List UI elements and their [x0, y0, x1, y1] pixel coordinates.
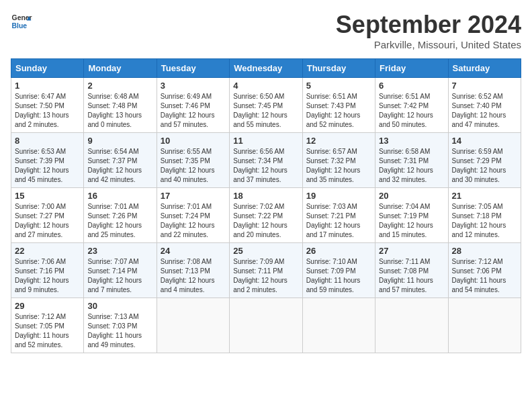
day-info: Sunrise: 6:55 AM Sunset: 7:35 PM Dayligh…	[161, 147, 226, 185]
location-title: Parkville, Missouri, United States	[336, 39, 521, 50]
day-number: 1	[15, 81, 80, 91]
calendar-cell: 17Sunrise: 7:01 AM Sunset: 7:24 PM Dayli…	[157, 188, 229, 243]
day-number: 23	[87, 246, 152, 256]
day-info: Sunrise: 6:52 AM Sunset: 7:40 PM Dayligh…	[452, 92, 517, 130]
day-info: Sunrise: 7:11 AM Sunset: 7:08 PM Dayligh…	[379, 257, 444, 295]
logo-icon: General Blue	[11, 11, 32, 32]
day-info: Sunrise: 6:54 AM Sunset: 7:37 PM Dayligh…	[87, 147, 152, 185]
day-number: 18	[233, 191, 298, 201]
day-number: 30	[87, 301, 152, 311]
calendar-cell: 10Sunrise: 6:55 AM Sunset: 7:35 PM Dayli…	[157, 133, 229, 188]
day-info: Sunrise: 6:53 AM Sunset: 7:39 PM Dayligh…	[15, 147, 80, 185]
day-number: 17	[161, 191, 226, 201]
weekday-header-cell: Friday	[375, 59, 448, 78]
day-number: 24	[161, 246, 226, 256]
calendar-body: 1Sunrise: 6:47 AM Sunset: 7:50 PM Daylig…	[11, 78, 521, 353]
calendar-cell: 16Sunrise: 7:01 AM Sunset: 7:26 PM Dayli…	[84, 188, 157, 243]
calendar-cell: 25Sunrise: 7:09 AM Sunset: 7:11 PM Dayli…	[230, 243, 302, 298]
calendar-cell: 15Sunrise: 7:00 AM Sunset: 7:27 PM Dayli…	[11, 188, 84, 243]
day-info: Sunrise: 7:09 AM Sunset: 7:11 PM Dayligh…	[233, 257, 298, 295]
calendar-table: SundayMondayTuesdayWednesdayThursdayFrid…	[11, 58, 521, 353]
calendar-cell: 26Sunrise: 7:10 AM Sunset: 7:09 PM Dayli…	[302, 243, 375, 298]
day-number: 21	[452, 191, 517, 201]
day-number: 13	[379, 136, 444, 146]
calendar-cell: 30Sunrise: 7:13 AM Sunset: 7:03 PM Dayli…	[84, 298, 157, 353]
month-title: September 2024	[336, 11, 521, 39]
calendar-cell: 21Sunrise: 7:05 AM Sunset: 7:18 PM Dayli…	[448, 188, 521, 243]
calendar-week-row: 15Sunrise: 7:00 AM Sunset: 7:27 PM Dayli…	[11, 188, 521, 243]
calendar-cell: 9Sunrise: 6:54 AM Sunset: 7:37 PM Daylig…	[84, 133, 157, 188]
calendar-week-row: 1Sunrise: 6:47 AM Sunset: 7:50 PM Daylig…	[11, 78, 521, 133]
calendar-cell: 3Sunrise: 6:49 AM Sunset: 7:46 PM Daylig…	[157, 78, 229, 133]
day-info: Sunrise: 6:51 AM Sunset: 7:42 PM Dayligh…	[379, 92, 444, 130]
day-number: 8	[15, 136, 80, 146]
calendar-cell: 22Sunrise: 7:06 AM Sunset: 7:16 PM Dayli…	[11, 243, 84, 298]
day-number: 27	[379, 246, 444, 256]
calendar-cell	[157, 298, 229, 353]
day-number: 6	[379, 81, 444, 91]
calendar-cell: 18Sunrise: 7:02 AM Sunset: 7:22 PM Dayli…	[230, 188, 302, 243]
day-number: 15	[15, 191, 80, 201]
calendar-cell: 1Sunrise: 6:47 AM Sunset: 7:50 PM Daylig…	[11, 78, 84, 133]
day-number: 22	[15, 246, 80, 256]
calendar-cell	[302, 298, 375, 353]
day-number: 28	[452, 246, 517, 256]
calendar-cell: 20Sunrise: 7:04 AM Sunset: 7:19 PM Dayli…	[375, 188, 448, 243]
calendar-cell: 13Sunrise: 6:58 AM Sunset: 7:31 PM Dayli…	[375, 133, 448, 188]
weekday-header-cell: Thursday	[302, 59, 375, 78]
day-info: Sunrise: 7:08 AM Sunset: 7:13 PM Dayligh…	[161, 257, 226, 295]
day-number: 11	[233, 136, 298, 146]
day-number: 4	[233, 81, 298, 91]
calendar-cell: 29Sunrise: 7:12 AM Sunset: 7:05 PM Dayli…	[11, 298, 84, 353]
weekday-header-cell: Wednesday	[230, 59, 302, 78]
day-number: 29	[15, 301, 80, 311]
day-info: Sunrise: 6:47 AM Sunset: 7:50 PM Dayligh…	[15, 92, 80, 130]
day-info: Sunrise: 7:12 AM Sunset: 7:05 PM Dayligh…	[15, 312, 80, 350]
weekday-header-cell: Monday	[84, 59, 157, 78]
calendar-cell: 27Sunrise: 7:11 AM Sunset: 7:08 PM Dayli…	[375, 243, 448, 298]
logo: General Blue	[11, 11, 32, 32]
calendar-cell: 11Sunrise: 6:56 AM Sunset: 7:34 PM Dayli…	[230, 133, 302, 188]
calendar-cell: 5Sunrise: 6:51 AM Sunset: 7:43 PM Daylig…	[302, 78, 375, 133]
day-number: 9	[87, 136, 152, 146]
day-info: Sunrise: 7:01 AM Sunset: 7:24 PM Dayligh…	[161, 202, 226, 240]
calendar-cell	[375, 298, 448, 353]
day-info: Sunrise: 6:49 AM Sunset: 7:46 PM Dayligh…	[161, 92, 226, 130]
weekday-header-cell: Tuesday	[157, 59, 229, 78]
day-number: 26	[306, 246, 371, 256]
day-number: 16	[87, 191, 152, 201]
weekday-header-cell: Saturday	[448, 59, 521, 78]
day-number: 19	[306, 191, 371, 201]
day-number: 2	[87, 81, 152, 91]
svg-text:Blue: Blue	[12, 22, 28, 30]
day-info: Sunrise: 7:04 AM Sunset: 7:19 PM Dayligh…	[379, 202, 444, 240]
calendar-cell	[230, 298, 302, 353]
calendar-cell: 19Sunrise: 7:03 AM Sunset: 7:21 PM Dayli…	[302, 188, 375, 243]
day-number: 12	[306, 136, 371, 146]
day-number: 7	[452, 81, 517, 91]
calendar-cell: 2Sunrise: 6:48 AM Sunset: 7:48 PM Daylig…	[84, 78, 157, 133]
day-info: Sunrise: 7:06 AM Sunset: 7:16 PM Dayligh…	[15, 257, 80, 295]
day-info: Sunrise: 6:58 AM Sunset: 7:31 PM Dayligh…	[379, 147, 444, 185]
calendar-cell: 4Sunrise: 6:50 AM Sunset: 7:45 PM Daylig…	[230, 78, 302, 133]
day-info: Sunrise: 7:03 AM Sunset: 7:21 PM Dayligh…	[306, 202, 371, 240]
day-number: 5	[306, 81, 371, 91]
day-number: 3	[161, 81, 226, 91]
weekday-header-cell: Sunday	[11, 59, 84, 78]
title-area: September 2024 Parkville, Missouri, Unit…	[336, 11, 521, 50]
day-info: Sunrise: 7:12 AM Sunset: 7:06 PM Dayligh…	[452, 257, 517, 295]
calendar-cell: 24Sunrise: 7:08 AM Sunset: 7:13 PM Dayli…	[157, 243, 229, 298]
calendar-cell: 23Sunrise: 7:07 AM Sunset: 7:14 PM Dayli…	[84, 243, 157, 298]
calendar-week-row: 22Sunrise: 7:06 AM Sunset: 7:16 PM Dayli…	[11, 243, 521, 298]
calendar-cell: 12Sunrise: 6:57 AM Sunset: 7:32 PM Dayli…	[302, 133, 375, 188]
calendar-cell	[448, 298, 521, 353]
weekday-header-row: SundayMondayTuesdayWednesdayThursdayFrid…	[11, 59, 521, 78]
day-info: Sunrise: 6:59 AM Sunset: 7:29 PM Dayligh…	[452, 147, 517, 185]
day-info: Sunrise: 6:50 AM Sunset: 7:45 PM Dayligh…	[233, 92, 298, 130]
calendar-week-row: 8Sunrise: 6:53 AM Sunset: 7:39 PM Daylig…	[11, 133, 521, 188]
day-info: Sunrise: 6:51 AM Sunset: 7:43 PM Dayligh…	[306, 92, 371, 130]
day-info: Sunrise: 6:57 AM Sunset: 7:32 PM Dayligh…	[306, 147, 371, 185]
day-info: Sunrise: 7:02 AM Sunset: 7:22 PM Dayligh…	[233, 202, 298, 240]
day-info: Sunrise: 7:01 AM Sunset: 7:26 PM Dayligh…	[87, 202, 152, 240]
day-number: 20	[379, 191, 444, 201]
